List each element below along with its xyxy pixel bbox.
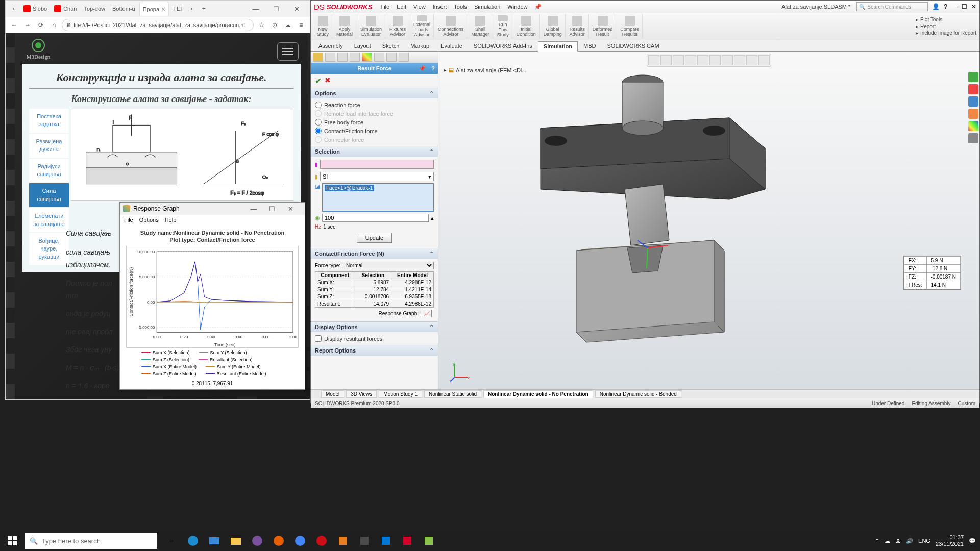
panel-tab-icon[interactable] — [325, 53, 335, 62]
ribbon-button[interactable]: ConnectionsAdvisor — [435, 14, 467, 39]
browser-tab[interactable]: FEI — [170, 2, 185, 16]
response-graph-button[interactable]: 📈 — [422, 310, 432, 317]
chart-plot[interactable]: -5,000.000.005,000.0010,000.000.000.200.… — [126, 246, 299, 348]
close-button[interactable]: ✕ — [971, 3, 976, 10]
browser-tab[interactable]: Chan — [51, 2, 80, 16]
menu-simulation[interactable]: Simulation — [474, 4, 500, 10]
cancel-button[interactable]: ✖ — [325, 76, 331, 86]
section-display-options[interactable]: Display Options — [311, 322, 438, 332]
close-button[interactable]: ✕ — [289, 3, 304, 15]
entity-color-box[interactable] — [320, 160, 434, 169]
option-radio[interactable]: Free body force — [315, 118, 434, 127]
firefox-icon[interactable] — [268, 531, 289, 551]
sublime-icon[interactable] — [354, 531, 375, 551]
panel-tab-icon[interactable] — [386, 53, 397, 62]
ribbon-button[interactable]: FixturesAdvisor — [386, 14, 409, 39]
solidworks-taskbar-icon[interactable] — [397, 531, 418, 551]
ribbon-button[interactable]: InitialCondition — [513, 14, 540, 39]
forward-button[interactable]: → — [22, 19, 33, 31]
appearances-icon[interactable] — [362, 53, 372, 62]
section-force[interactable]: Contact/Friction Force (N) — [311, 248, 438, 259]
ribbon-button[interactable]: DeformedResult — [590, 14, 617, 39]
info-flag-icon[interactable] — [968, 96, 978, 107]
command-tab[interactable]: SOLIDWORKS CAM — [601, 41, 665, 51]
command-tab[interactable]: Assembly — [313, 41, 349, 51]
vscode-icon[interactable] — [376, 531, 396, 551]
ribbon-button[interactable]: GlobalDamping — [541, 14, 566, 39]
study-tab[interactable]: Model — [321, 390, 344, 398]
ribbon-right-item[interactable]: ▸ Plot Tools — [916, 17, 976, 22]
unit-select[interactable]: SI▾ — [320, 172, 434, 181]
extension-icon[interactable]: ☁ — [282, 19, 293, 31]
ribbon-button[interactable]: RunThisStudy — [494, 14, 512, 39]
panel-tab-icon[interactable] — [337, 53, 348, 62]
orientation-triad[interactable]: x y z — [450, 362, 470, 382]
graphics-viewport[interactable]: ▸⬓ Alat za savijanje (FEM <Di... — [438, 52, 979, 389]
tab-next-icon[interactable]: › — [185, 3, 198, 15]
section-options[interactable]: Options — [311, 88, 438, 98]
pin-icon[interactable]: 📌 — [419, 65, 426, 72]
sidebar-item[interactable]: Развијена дужина — [29, 134, 69, 158]
tray-chevron-icon[interactable]: ⌃ — [875, 538, 879, 544]
appearance-flag-icon[interactable] — [968, 121, 978, 131]
command-tab[interactable]: SOLIDWORKS Add-Ins — [468, 41, 538, 51]
menu-file[interactable]: File — [124, 217, 133, 223]
prev-view-icon[interactable] — [673, 55, 684, 65]
paint-icon[interactable] — [419, 531, 439, 551]
display-style-icon[interactable] — [709, 55, 721, 65]
panel-tab-icon[interactable] — [374, 53, 384, 62]
menu-options[interactable]: Options — [139, 217, 159, 223]
sidebar-item[interactable]: Радијуси савијања — [29, 159, 69, 183]
misc-flag-icon[interactable] — [968, 133, 978, 143]
command-tab[interactable]: Simulation — [538, 41, 578, 52]
edge-icon[interactable] — [183, 531, 203, 551]
url-input[interactable]: 🗎 file:///F:/Poslici_2021/Alat_za_savija… — [62, 19, 254, 31]
home-button[interactable]: ⌂ — [48, 19, 60, 31]
selection-list[interactable]: Face<1>@Izradak-1 — [322, 183, 434, 212]
panel-tab-icon[interactable] — [399, 53, 409, 62]
browser-tab[interactable]: Top-dow — [81, 2, 108, 16]
view-settings-icon[interactable] — [758, 55, 770, 65]
force-callout[interactable]: FX:5.9 NFY:-12.8 NFZ:-0.00187 NFRes:14.1… — [903, 256, 961, 290]
tab-prev-icon[interactable]: ‹ — [8, 3, 20, 15]
section-report-options[interactable]: Report Options — [311, 345, 438, 356]
menu-help[interactable]: Help — [165, 217, 177, 223]
minimize-button[interactable]: — — [247, 203, 261, 215]
sidebar-item[interactable]: Поставка задатка — [29, 109, 69, 133]
network-icon[interactable]: 🖧 — [895, 538, 901, 544]
menu-view[interactable]: View — [413, 4, 426, 10]
ok-button[interactable]: ✔ — [315, 76, 322, 86]
minimize-button[interactable]: — — [249, 3, 263, 15]
mail-icon[interactable] — [204, 531, 225, 551]
volume-icon[interactable]: 🔊 — [906, 538, 913, 544]
warn-flag-icon[interactable] — [968, 109, 978, 119]
browser-tab[interactable]: Bottom-u — [109, 2, 138, 16]
help-icon[interactable]: ? — [944, 3, 947, 10]
edit-appearance-icon[interactable] — [734, 55, 745, 65]
opera-icon[interactable] — [311, 531, 332, 551]
sync-icon[interactable]: ⊙ — [269, 19, 280, 31]
sidebar-item-active[interactable]: Сила савијања — [29, 183, 69, 207]
study-tab[interactable]: Motion Study 1 — [379, 390, 422, 398]
maximize-button[interactable]: ☐ — [962, 3, 967, 10]
panel-tab-icon[interactable] — [350, 53, 360, 62]
close-icon[interactable]: × — [161, 5, 165, 13]
menu-edit[interactable]: Edit — [397, 4, 406, 10]
ribbon-button[interactable]: SimulationEvaluator — [357, 14, 385, 39]
notifications-icon[interactable]: 💬 — [969, 538, 976, 544]
cortana-icon[interactable]: ○ — [161, 531, 182, 551]
feature-tree-icon[interactable] — [313, 53, 323, 62]
browser-tab[interactable]: Slobo — [20, 2, 50, 16]
onedrive-icon[interactable]: ☁ — [885, 538, 890, 544]
sidebar-item[interactable]: Елеменати за савијање — [29, 208, 69, 232]
ribbon-button[interactable]: CompareResults — [617, 14, 643, 39]
menu-window[interactable]: Window — [507, 4, 527, 10]
study-tab[interactable]: Nonlinear Dynamic solid - No Penetration — [483, 390, 593, 398]
chrome-icon[interactable] — [290, 531, 310, 551]
pin-icon[interactable]: 📌 — [534, 4, 542, 10]
command-tab[interactable]: Markup — [405, 41, 435, 51]
apply-scene-icon[interactable] — [746, 55, 757, 65]
section-selection[interactable]: Selection — [311, 146, 438, 157]
start-button[interactable] — [0, 531, 24, 551]
display-resultant-checkbox[interactable]: Display resultant forces — [315, 334, 434, 343]
